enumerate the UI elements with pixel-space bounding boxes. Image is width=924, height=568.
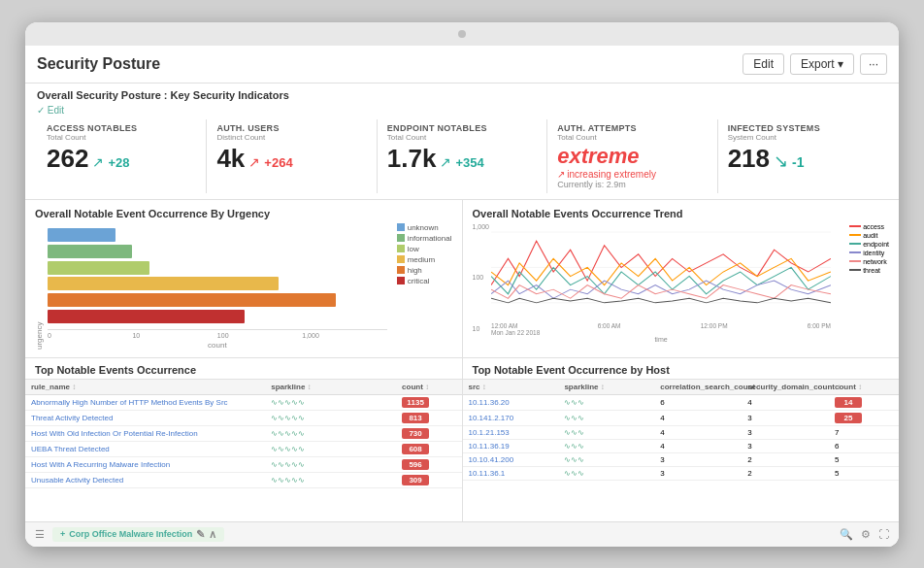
- csc-2: 4: [654, 410, 742, 425]
- rule-link-4[interactable]: UEBA Threat Detected: [31, 445, 110, 453]
- legend-low: low: [397, 245, 452, 253]
- rcount-2: 25: [829, 410, 899, 425]
- tag-edit-icon[interactable]: ✎: [196, 528, 205, 541]
- sdc-2: 3: [742, 410, 829, 425]
- rcount-1: 14: [829, 394, 899, 410]
- search-icon[interactable]: 🔍: [840, 528, 853, 541]
- table-row: 10.141.2.170 ∿∿∿ 4 3 25: [463, 410, 900, 425]
- tables-section: Top Notable Events Occurrence rule_name …: [25, 358, 899, 521]
- bar-x-label: count: [48, 341, 387, 350]
- table-row: 10.1.21.153 ∿∿∿ 4 3 7: [463, 425, 900, 439]
- rule-link-6[interactable]: Unusable Activity Detected: [31, 476, 123, 484]
- legend-color-high: [397, 266, 405, 274]
- export-button[interactable]: Export ▾: [790, 53, 854, 75]
- tag-expand-icon[interactable]: ∧: [209, 528, 216, 541]
- bar-medium: [48, 277, 279, 290]
- src-link-4[interactable]: 10.11.36.19: [469, 442, 510, 451]
- kpi-increasing-arrow: ↗: [557, 169, 565, 180]
- legend-label-access: access: [863, 223, 884, 230]
- events-table: rule_name ↕ sparkline ↕ count ↕ Abnormal…: [25, 380, 462, 488]
- legend-label-medium: medium: [408, 255, 435, 264]
- src-link-6[interactable]: 10.11.36.1: [469, 469, 506, 478]
- fullscreen-icon[interactable]: ⛶: [878, 528, 889, 540]
- rule-link-1[interactable]: Abnormally High Number of HTTP Method Ev…: [31, 398, 228, 407]
- count-badge-6: 309: [402, 475, 429, 485]
- col-count-left[interactable]: count ↕: [396, 380, 461, 395]
- y-tick-100: 100: [473, 274, 490, 281]
- col-sparkline-left[interactable]: sparkline ↕: [265, 380, 396, 395]
- col-csc[interactable]: correlation_search_count ↕: [654, 380, 742, 395]
- x-tick-1000: 1,000: [302, 332, 386, 339]
- kpi-card-auth-attempts: AUTH. ATTEMPTS Total Count extreme ↗ inc…: [547, 119, 717, 193]
- count-badge-5: 596: [402, 459, 429, 470]
- table-left-panel: Top Notable Events Occurrence rule_name …: [25, 358, 463, 521]
- legend-label-threat: threat: [863, 267, 880, 274]
- src-link-1[interactable]: 10.11.36.20: [469, 398, 510, 407]
- kpi-card-infected: INFECTED SYSTEMS System Count 218 ↘ -1: [718, 119, 887, 193]
- settings-icon[interactable]: ⚙: [861, 528, 871, 541]
- line-x-axis: 12:00 AM 6:00 AM 12:00 PM 6:00 PM: [491, 320, 831, 329]
- kpi-endpoint-title: ENDPOINT NOTABLES: [387, 123, 537, 133]
- host-table: src ↕ sparkline ↕ correlation_search_cou…: [463, 380, 900, 481]
- col-src[interactable]: src ↕: [463, 380, 559, 395]
- line-chart-svg: [491, 223, 831, 320]
- src-link-5[interactable]: 10.10.41.200: [469, 455, 514, 464]
- host-table-body: 10.11.36.20 ∿∿∿ 6 4 14 10.141.2.170 ∿∿∿ …: [463, 394, 900, 480]
- line-legend: access audit endpoint: [849, 223, 889, 274]
- table-row: 10.11.36.20 ∿∿∿ 6 4 14: [463, 394, 900, 410]
- col-rule-name[interactable]: rule_name ↕: [25, 380, 265, 395]
- kpi-increasing-text: increasing extremely: [567, 169, 656, 180]
- rcount-5: 5: [829, 452, 899, 466]
- kpi-auth-users-title: AUTH. USERS: [216, 123, 366, 133]
- rule-link-3[interactable]: Host With Old Infection Or Potential Re-…: [31, 429, 198, 438]
- table-right-header-row: src ↕ sparkline ↕ correlation_search_cou…: [463, 380, 900, 395]
- rule-link-5[interactable]: Host With A Recurring Malware Infection: [31, 460, 170, 469]
- kpi-access-arrow: ↗: [92, 154, 104, 170]
- bar-row-unknown: [48, 228, 387, 242]
- src-link-2[interactable]: 10.141.2.170: [469, 414, 514, 422]
- legend-color-low: [397, 245, 405, 252]
- dashboard: Security Posture Edit Export ▾ ··· Overa…: [25, 46, 899, 547]
- col-sdc[interactable]: security_domain_count ↕: [742, 380, 829, 395]
- rcount-badge-2: 25: [835, 413, 862, 423]
- sparkline-r5: ∿∿∿: [558, 452, 654, 466]
- sparkline-r6: ∿∿∿: [558, 466, 654, 480]
- src-4: 10.11.36.19: [463, 439, 559, 452]
- legend-label-endpoint: endpoint: [863, 241, 889, 248]
- kpi-infected-arrow: ↘: [774, 150, 788, 172]
- list-icon[interactable]: ☰: [35, 528, 45, 541]
- page-title: Security Posture: [37, 55, 160, 73]
- bar-informational: [48, 245, 132, 258]
- rule-link-2[interactable]: Threat Activity Detected: [31, 414, 113, 422]
- sparkline-3: ∿∿∿∿∿: [265, 425, 396, 441]
- src-2: 10.141.2.170: [463, 410, 559, 425]
- src-3: 10.1.21.153: [463, 425, 559, 439]
- x-axis: 0 10 100 1,000: [48, 329, 387, 339]
- kpi-access-value-row: 262 ↗ +28: [47, 144, 196, 174]
- line-x-label: time: [491, 336, 831, 343]
- line-chart-panel: Overall Notable Events Occurrence Trend …: [463, 200, 900, 357]
- bar-legend: unknown informational low medium: [391, 223, 452, 350]
- corp-tag-icon: +: [60, 529, 65, 539]
- src-link-3[interactable]: 10.1.21.153: [469, 428, 510, 437]
- more-button[interactable]: ···: [860, 53, 887, 75]
- col-sparkline-right[interactable]: sparkline ↕: [558, 380, 654, 395]
- bar-y-label: urgency: [35, 223, 44, 350]
- rule-name-2: Threat Activity Detected: [25, 410, 265, 425]
- csc-6: 3: [654, 466, 742, 480]
- footer-left: ☰ + Corp Office Malware Infection ✎ ∧: [35, 527, 224, 542]
- charts-section: Overall Notable Event Occurrence By Urge…: [25, 200, 899, 358]
- bar-chart-inner: 0 10 100 1,000 count: [48, 223, 387, 350]
- kpi-auth-users-sub: Distinct Count: [216, 133, 366, 142]
- edit-button[interactable]: Edit: [742, 53, 784, 75]
- kpi-auth-users-delta: +264: [264, 155, 292, 170]
- table-row: Host With Old Infection Or Potential Re-…: [25, 425, 462, 441]
- kpi-card-endpoint: ENDPOINT NOTABLES Total Count 1.7k ↗ +35…: [378, 119, 547, 193]
- bars-area: [48, 223, 387, 329]
- csc-3: 4: [654, 425, 742, 439]
- legend-network: network: [849, 258, 889, 265]
- legend-high: high: [397, 266, 452, 275]
- legend-label-low: low: [408, 245, 419, 253]
- count-badge-1: 1135: [402, 397, 429, 408]
- edit-link[interactable]: ✓ Edit: [37, 105, 887, 116]
